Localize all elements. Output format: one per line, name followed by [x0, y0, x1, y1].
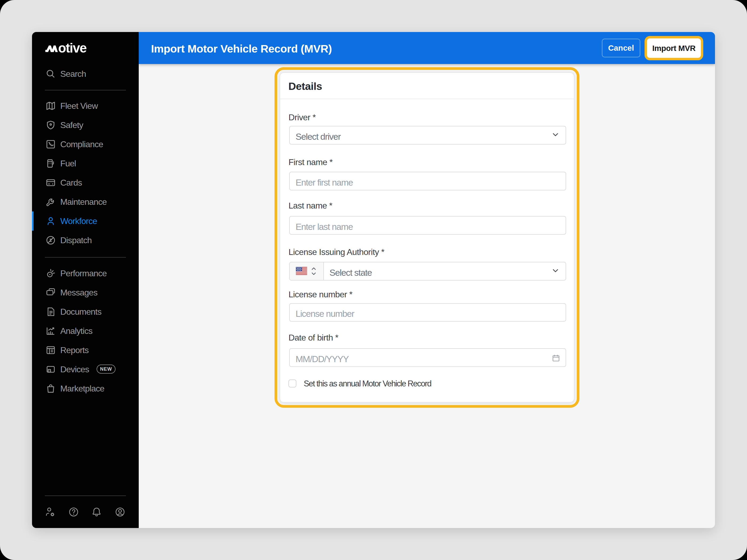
- svg-text:otive: otive: [58, 42, 86, 55]
